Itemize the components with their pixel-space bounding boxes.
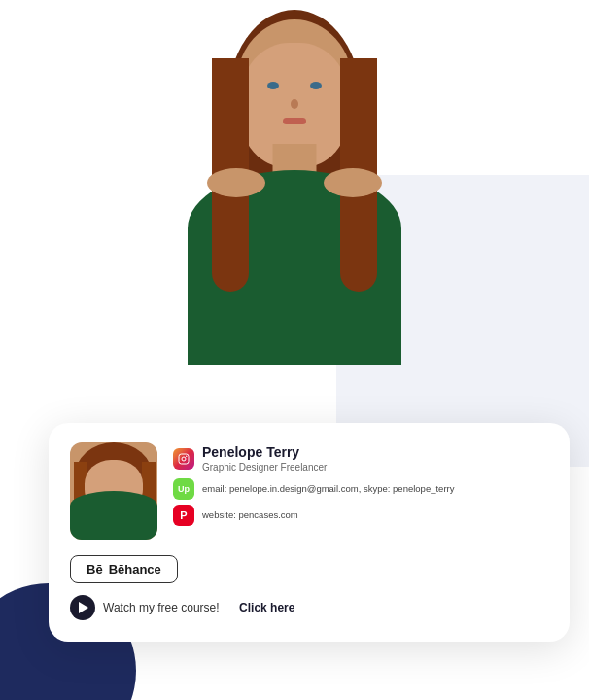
card-name-row: Penelope Terry Graphic Designer Freelanc…: [173, 444, 548, 473]
card-name: Penelope Terry: [202, 444, 327, 461]
upwork-icon[interactable]: Up: [173, 478, 194, 500]
card-website-row: P website: pencases.com: [173, 505, 548, 526]
card-container: Penelope Terry Graphic Designer Freelanc…: [49, 423, 570, 642]
person-nose: [291, 99, 298, 109]
click-here-link[interactable]: Click here: [239, 601, 294, 614]
svg-point-1: [182, 457, 186, 461]
card-top: Penelope Terry Graphic Designer Freelanc…: [70, 442, 548, 540]
card-info-rows: Penelope Terry Graphic Designer Freelanc…: [173, 444, 548, 526]
pinterest-icon[interactable]: P: [173, 505, 194, 526]
person-head: [236, 19, 353, 151]
card-website: website: pencases.com: [202, 509, 298, 521]
person-eye-right: [310, 82, 322, 89]
svg-point-2: [186, 455, 188, 457]
pinterest-label: P: [180, 509, 187, 521]
card-role: Graphic Designer Freelancer: [202, 461, 327, 473]
person-lips: [283, 118, 306, 124]
instagram-icon[interactable]: [173, 448, 194, 470]
person-shoulder-left: [207, 168, 265, 197]
play-triangle: [79, 602, 88, 613]
watch-row: Watch my free course! Click here: [70, 595, 548, 620]
person-shoulder-right: [324, 168, 382, 197]
name-title: Penelope Terry Graphic Designer Freelanc…: [202, 444, 327, 473]
profile-card: Penelope Terry Graphic Designer Freelanc…: [49, 423, 570, 642]
card-contact-row: Up email: penelope.in.design@gmail.com, …: [173, 478, 548, 500]
watch-text: Watch my free course!: [103, 601, 220, 614]
person-photo-area: [0, 0, 589, 467]
card-email-skype: email: penelope.in.design@gmail.com, sky…: [202, 483, 454, 495]
person-eye-left: [267, 82, 279, 89]
person-silhouette: [110, 0, 479, 467]
card-avatar-body: [70, 491, 157, 540]
behance-label: Bēhance: [109, 562, 161, 577]
play-icon[interactable]: [70, 595, 95, 620]
card-info: Penelope Terry Graphic Designer Freelanc…: [173, 442, 548, 526]
svg-rect-0: [179, 454, 189, 464]
behance-button[interactable]: Bē Bēhance: [70, 555, 178, 583]
card-avatar: [70, 442, 157, 540]
upwork-label: Up: [178, 484, 190, 494]
behance-logo: Bē: [87, 562, 103, 577]
